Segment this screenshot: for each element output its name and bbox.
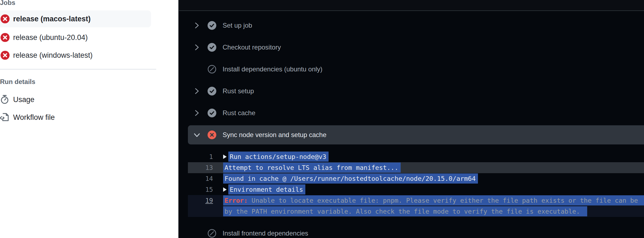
- log-line: 14 Found in cache @ /Users/runner/hosted…: [188, 173, 644, 184]
- actions-run-page: Jobs release (macos-latest) release (ubu…: [0, 0, 644, 238]
- jobs-header: Jobs: [0, 0, 15, 7]
- log-error-text: Error: Unable to locate executable file:…: [223, 195, 644, 205]
- sidebar-item-workflow-file[interactable]: Workflow file: [0, 110, 115, 125]
- log-line-error: 19 Error: Unable to locate executable fi…: [188, 195, 644, 206]
- step-rust-cache[interactable]: Rust cache: [179, 104, 644, 122]
- step-label: Checkout repository: [223, 43, 281, 51]
- failed-icon: [1, 14, 10, 24]
- step-label: Install frontend dependencies: [223, 230, 308, 237]
- log-text: Environment details: [228, 184, 305, 195]
- failed-icon: [1, 51, 10, 60]
- chevron-right-icon[interactable]: [193, 44, 200, 51]
- skipped-icon: [208, 65, 216, 74]
- log-group-toggle-icon[interactable]: [223, 155, 227, 159]
- skipped-icon: [208, 229, 216, 238]
- job-item-release-windows[interactable]: release (windows-latest): [0, 47, 151, 64]
- step-set-up-job[interactable]: Set up job: [179, 17, 644, 34]
- step-label: Rust cache: [223, 109, 255, 117]
- job-item-release-macos[interactable]: release (macos-latest): [0, 10, 151, 27]
- chevron-down-icon[interactable]: [193, 131, 200, 138]
- log-error-text-wrap: by the PATH environment variable. Also c…: [223, 206, 587, 216]
- step-install-frontend-dependencies: Install frontend dependencies: [179, 225, 644, 238]
- log-output: 1 Run actions/setup-node@v3 13 Attempt t…: [188, 151, 644, 217]
- log-line: 15 Environment details: [188, 184, 644, 195]
- log-line-number[interactable]: 14: [188, 173, 213, 184]
- log-panel: Set up job Checkout repository Install d…: [178, 0, 644, 238]
- step-label: Sync node version and setup cache: [223, 131, 326, 139]
- job-label: release (macos-latest): [13, 15, 91, 23]
- log-line-number[interactable]: 13: [188, 162, 213, 173]
- step-rust-setup[interactable]: Rust setup: [179, 82, 644, 100]
- step-label: Set up job: [223, 22, 252, 29]
- log-text: Attempt to resolve LTS alias from manife…: [223, 162, 401, 173]
- log-text: Run actions/setup-node@v3: [228, 152, 329, 162]
- check-circle-icon: [208, 109, 216, 117]
- file-code-icon: [0, 112, 10, 122]
- log-group-toggle-icon[interactable]: [223, 187, 227, 192]
- log-line-number-link[interactable]: 19: [188, 195, 213, 206]
- step-label: Rust setup: [223, 87, 254, 95]
- run-details-header: Run details: [0, 78, 35, 86]
- check-circle-icon: [208, 87, 216, 95]
- error-message: [248, 197, 252, 204]
- log-line-number[interactable]: 1: [188, 151, 213, 162]
- jobs-sidebar: Jobs release (macos-latest) release (ubu…: [0, 0, 178, 238]
- step-label: Install dependencies (ubuntu only): [223, 65, 323, 73]
- step-checkout-repository[interactable]: Checkout repository: [179, 39, 644, 56]
- sidebar-divider: [0, 69, 156, 69]
- job-label: release (ubuntu-20.04): [13, 33, 88, 42]
- log-line: 13 Attempt to resolve LTS alias from man…: [188, 162, 644, 173]
- chevron-right-icon[interactable]: [193, 22, 200, 29]
- check-circle-icon: [208, 43, 216, 52]
- step-install-dependencies: Install dependencies (ubuntu only): [179, 60, 644, 78]
- job-label: release (windows-latest): [13, 51, 93, 60]
- log-text: Found in cache @ /Users/runner/hostedtoo…: [223, 173, 478, 184]
- job-item-release-ubuntu[interactable]: release (ubuntu-20.04): [0, 29, 151, 46]
- log-line-error-wrap: by the PATH environment variable. Also c…: [188, 206, 644, 217]
- stopwatch-icon: [0, 95, 10, 105]
- sidebar-item-label: Usage: [13, 95, 34, 104]
- failed-icon: [1, 33, 10, 42]
- check-circle-icon: [208, 21, 216, 30]
- sidebar-item-label: Workflow file: [13, 113, 55, 122]
- x-circle-icon: [208, 130, 216, 139]
- log-panel-header: [179, 0, 644, 11]
- log-line-number[interactable]: 15: [188, 184, 213, 195]
- chevron-right-icon[interactable]: [193, 109, 200, 117]
- log-line: 1 Run actions/setup-node@v3: [188, 151, 644, 162]
- error-label: Error:: [224, 197, 248, 204]
- sidebar-item-usage[interactable]: Usage: [0, 92, 115, 107]
- step-sync-node-version[interactable]: Sync node version and setup cache: [188, 125, 644, 144]
- chevron-right-icon[interactable]: [193, 88, 200, 95]
